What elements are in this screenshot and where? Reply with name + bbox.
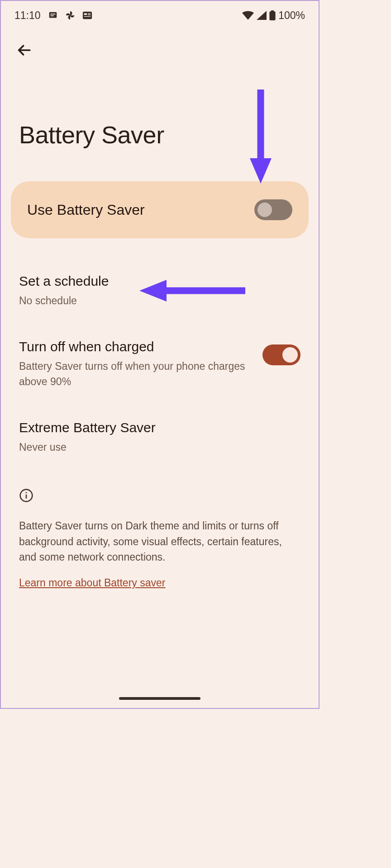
svg-marker-15 xyxy=(250,158,272,184)
use-battery-saver-row[interactable]: Use Battery Saver xyxy=(11,181,309,238)
news-icon xyxy=(82,11,92,20)
svg-rect-2 xyxy=(50,15,53,16)
back-button[interactable] xyxy=(13,39,35,63)
photos-icon xyxy=(65,10,75,20)
svg-rect-7 xyxy=(84,16,91,17)
svg-rect-3 xyxy=(82,12,91,19)
extreme-battery-saver-title: Extreme Battery Saver xyxy=(19,420,300,435)
cell-signal-icon xyxy=(257,11,267,20)
turn-off-when-charged-subtitle: Battery Saver turns off when your phone … xyxy=(19,359,252,389)
wifi-icon xyxy=(242,11,254,20)
svg-rect-4 xyxy=(84,13,86,15)
battery-icon xyxy=(269,10,276,20)
svg-point-13 xyxy=(26,492,27,494)
use-battery-saver-toggle[interactable] xyxy=(254,199,292,220)
info-text: Battery Saver turns on Dark theme and li… xyxy=(19,518,300,565)
info-block: Battery Saver turns on Dark theme and li… xyxy=(1,488,319,589)
gesture-nav-handle[interactable] xyxy=(119,697,200,700)
status-time: 11:10 xyxy=(14,9,41,22)
status-bar-left: 11:10 xyxy=(14,9,92,22)
app-bar xyxy=(1,26,319,63)
page-title: Battery Saver xyxy=(1,63,319,149)
use-battery-saver-label: Use Battery Saver xyxy=(27,202,145,218)
turn-off-when-charged-toggle[interactable] xyxy=(262,344,300,365)
svg-rect-5 xyxy=(87,13,90,14)
set-schedule-subtitle: No schedule xyxy=(19,293,300,308)
svg-rect-1 xyxy=(50,14,55,14)
set-schedule-row[interactable]: Set a schedule No schedule xyxy=(1,274,319,308)
set-schedule-title: Set a schedule xyxy=(19,274,300,289)
turn-off-when-charged-title: Turn off when charged xyxy=(19,339,252,354)
extreme-battery-saver-row[interactable]: Extreme Battery Saver Never use xyxy=(1,420,319,455)
battery-percentage: 100% xyxy=(278,9,305,22)
info-icon xyxy=(19,488,300,505)
status-bar: 11:10 100% xyxy=(1,1,319,26)
svg-rect-9 xyxy=(271,10,274,12)
turn-off-when-charged-row[interactable]: Turn off when charged Battery Saver turn… xyxy=(1,339,319,389)
extreme-battery-saver-subtitle: Never use xyxy=(19,440,300,455)
svg-rect-6 xyxy=(87,14,90,15)
svg-rect-8 xyxy=(270,11,276,20)
arrow-left-icon xyxy=(16,42,32,58)
status-bar-right: 100% xyxy=(242,9,305,22)
svg-rect-0 xyxy=(49,12,57,18)
learn-more-link[interactable]: Learn more about Battery saver xyxy=(19,577,165,589)
messages-icon xyxy=(48,10,58,20)
